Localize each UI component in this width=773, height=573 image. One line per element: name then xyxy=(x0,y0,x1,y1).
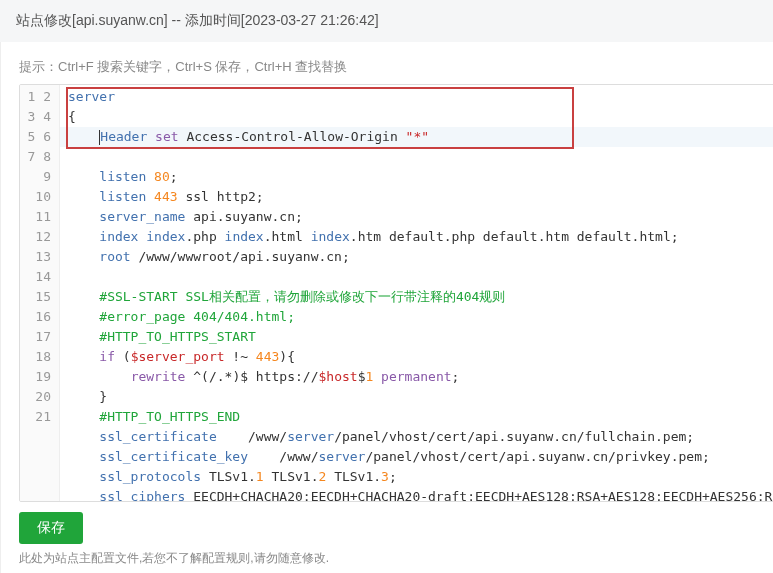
main-panel: 提示：Ctrl+F 搜索关键字，Ctrl+S 保存，Ctrl+H 查找替换 1 … xyxy=(1,42,773,573)
editor-hint: 提示：Ctrl+F 搜索关键字，Ctrl+S 保存，Ctrl+H 查找替换 xyxy=(19,58,773,76)
code-content[interactable]: server { Header set Access-Control-Allow… xyxy=(60,85,773,501)
dialog-header: 站点修改[api.suyanw.cn] -- 添加时间[2023-03-27 2… xyxy=(0,0,773,42)
header-title: 站点修改[api.suyanw.cn] -- 添加时间[2023-03-27 2… xyxy=(16,12,379,30)
line-gutter: 1 2 3 4 5 6 7 8 9 10 11 12 13 14 15 16 1… xyxy=(20,85,60,501)
content-area: 域名管理子目录绑定网站目录访问限制流量限制伪静态默认文档配置文件SSLPHPCo… xyxy=(0,42,773,573)
save-button[interactable]: 保存 xyxy=(19,512,83,544)
footer-note: 此处为站点主配置文件,若您不了解配置规则,请勿随意修改. xyxy=(19,550,773,567)
code-editor[interactable]: 1 2 3 4 5 6 7 8 9 10 11 12 13 14 15 16 1… xyxy=(19,84,773,502)
button-row: 保存 xyxy=(19,512,773,544)
